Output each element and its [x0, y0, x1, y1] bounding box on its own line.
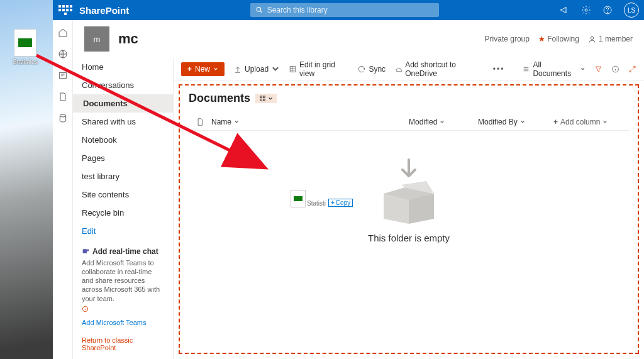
- nav-site-contents[interactable]: Site contents: [73, 185, 173, 204]
- globe-icon[interactable]: [58, 49, 68, 59]
- news-icon[interactable]: [58, 70, 68, 80]
- return-classic-link[interactable]: Return to classic SharePoint: [73, 331, 173, 359]
- suite-bar: SharePoint LS: [53, 0, 644, 20]
- info-icon[interactable]: [611, 65, 619, 74]
- search-box[interactable]: [250, 3, 439, 17]
- svg-point-12: [87, 249, 89, 251]
- document-icon: [196, 118, 204, 126]
- sync-icon: [357, 65, 366, 74]
- app-launcher-icon[interactable]: [58, 3, 73, 18]
- drop-zone[interactable]: Documents Name: [179, 84, 639, 354]
- members-link[interactable]: 1 member: [588, 35, 633, 43]
- col-add[interactable]: + Add column: [553, 118, 629, 126]
- tiles-icon: [259, 95, 266, 102]
- add-shortcut-button[interactable]: Add shortcut to OneDrive: [394, 60, 484, 78]
- suite-brand: SharePoint: [79, 5, 129, 16]
- gear-icon[interactable]: [581, 5, 591, 15]
- teams-icon: [82, 247, 90, 255]
- svg-point-0: [257, 8, 261, 12]
- edit-grid-button[interactable]: Edit in grid view: [289, 60, 348, 78]
- search-icon: [255, 6, 264, 14]
- site-left-nav: Home Conversations Documents Shared with…: [73, 58, 174, 359]
- sync-button[interactable]: Sync: [357, 65, 386, 74]
- site-title: mc: [118, 31, 138, 47]
- col-modified[interactable]: Modified: [409, 118, 478, 126]
- chevron-down-icon: [271, 65, 280, 74]
- chevron-down-icon: [234, 119, 239, 124]
- view-selector[interactable]: All Documents: [522, 60, 585, 78]
- sharepoint-window: SharePoint LS m mc: [53, 0, 644, 359]
- site-logo[interactable]: m: [84, 26, 109, 52]
- new-button[interactable]: + New: [181, 62, 225, 76]
- nav-test-library[interactable]: test library: [73, 167, 173, 185]
- app-rail: [53, 20, 73, 359]
- svg-point-10: [591, 36, 593, 39]
- upload-button[interactable]: Upload: [233, 65, 280, 74]
- home-icon[interactable]: [58, 28, 68, 38]
- empty-state: This folder is empty: [189, 131, 629, 243]
- desktop-background: Statistics: [0, 0, 53, 359]
- info-icon[interactable]: [82, 306, 89, 312]
- overflow-button[interactable]: •••: [493, 65, 505, 74]
- desktop-file-statistics[interactable]: Statistics: [5, 29, 45, 65]
- svg-rect-27: [263, 96, 265, 98]
- nav-pages[interactable]: Pages: [73, 149, 173, 167]
- col-name[interactable]: Name: [211, 118, 337, 126]
- chevron-down-icon: [440, 119, 445, 124]
- onedrive-icon: [394, 65, 402, 74]
- nav-documents[interactable]: Documents: [73, 94, 173, 113]
- chevron-down-icon: [213, 67, 218, 72]
- svg-line-1: [260, 11, 262, 13]
- search-input[interactable]: [267, 6, 434, 14]
- chevron-down-icon: [520, 119, 525, 124]
- nav-notebook[interactable]: Notebook: [73, 131, 173, 149]
- svg-point-2: [585, 9, 587, 11]
- nav-home[interactable]: Home: [73, 58, 173, 76]
- chevron-down-icon: [580, 67, 585, 72]
- site-header: m mc Private group ★ Following 1 member: [73, 20, 644, 58]
- filter-icon[interactable]: [594, 65, 602, 74]
- expand-icon[interactable]: [628, 65, 636, 74]
- files-icon[interactable]: [58, 92, 68, 102]
- grid-icon: [289, 65, 297, 74]
- nav-edit[interactable]: Edit: [73, 222, 173, 240]
- ellipsis-icon: •••: [493, 65, 505, 74]
- teams-promo: Add real-time chat Add Microsoft Teams t…: [73, 242, 173, 318]
- lists-icon[interactable]: [58, 113, 68, 123]
- svg-rect-11: [83, 249, 87, 253]
- user-avatar[interactable]: LS: [624, 3, 639, 18]
- nav-conversations[interactable]: Conversations: [73, 76, 173, 94]
- library-title: Documents: [189, 92, 250, 105]
- chevron-down-icon: [602, 119, 608, 124]
- col-modified-by[interactable]: Modified By: [478, 118, 553, 126]
- star-icon: ★: [538, 35, 545, 43]
- empty-message: This folder is empty: [368, 233, 450, 243]
- command-bar: + New Upload Edit in grid view: [174, 58, 644, 80]
- nav-shared[interactable]: Shared with us: [73, 113, 173, 131]
- svg-rect-26: [260, 96, 262, 98]
- col-doctype[interactable]: [189, 118, 211, 126]
- svg-rect-29: [263, 99, 265, 101]
- svg-rect-6: [59, 72, 66, 78]
- column-headers: Name Modified Modified By: [189, 114, 629, 131]
- empty-folder-icon: [371, 156, 447, 225]
- site-privacy: Private group: [485, 35, 530, 43]
- list-icon: [522, 65, 530, 74]
- svg-point-9: [60, 114, 65, 117]
- person-icon: [588, 35, 596, 43]
- add-teams-link[interactable]: Add Microsoft Teams: [73, 318, 173, 331]
- excel-file-icon: [14, 29, 36, 57]
- svg-rect-28: [260, 99, 262, 101]
- svg-rect-16: [290, 66, 296, 72]
- view-tiles-button[interactable]: [255, 94, 277, 103]
- help-icon[interactable]: [602, 5, 613, 15]
- upload-icon: [233, 65, 242, 74]
- megaphone-icon[interactable]: [560, 5, 570, 15]
- nav-recycle-bin[interactable]: Recycle bin: [73, 204, 173, 222]
- svg-point-4: [608, 12, 608, 13]
- desktop-file-label: Statistics: [5, 58, 45, 65]
- chevron-down-icon: [268, 96, 273, 101]
- following-toggle[interactable]: ★ Following: [538, 35, 579, 43]
